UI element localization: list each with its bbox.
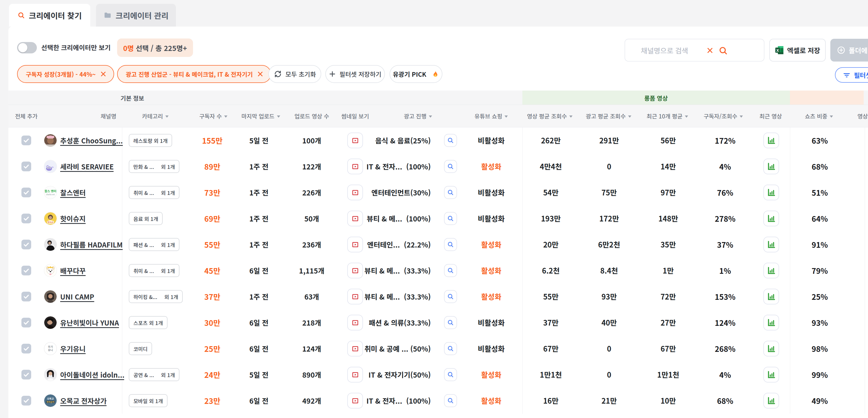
svg-text:charles ent: charles ent [46, 193, 55, 196]
svg-text:전자상가: 전자상가 [46, 400, 55, 404]
svg-text:핫이슈: 핫이슈 [48, 221, 53, 224]
svg-text:X: X [777, 48, 779, 53]
svg-text:오목교: 오목교 [47, 397, 54, 400]
svg-text:찰스 엔터: 찰스 엔터 [44, 189, 56, 193]
svg-text:유니: 유니 [48, 348, 53, 352]
